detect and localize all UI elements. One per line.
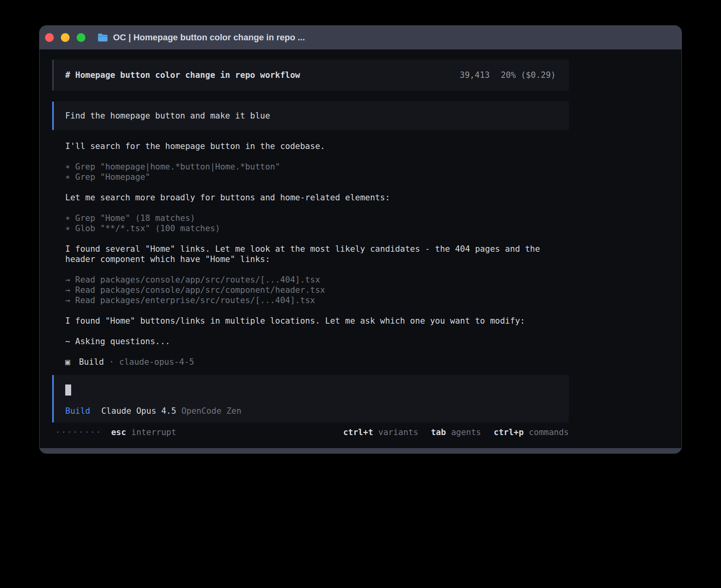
assistant-paragraph: Let me search more broadly for buttons a… [65, 192, 556, 203]
agent-model: claude-opus-4-5 [119, 357, 194, 367]
context-usage: 20% ($0.29) [501, 70, 556, 80]
hint-commands: ctrl+p commands [494, 427, 569, 437]
agent-mode-label: Build [65, 406, 90, 416]
user-message-text: Find the homepage button and make it blu… [65, 111, 270, 121]
tool-call-read: → Read packages/console/app/src/routes/[… [65, 275, 556, 285]
tool-call-group: → Read packages/console/app/src/routes/[… [65, 275, 556, 305]
editor-footer: Build Claude Opus 4.5 OpenCode Zen [65, 406, 558, 416]
hint-label: commands [529, 427, 569, 437]
tool-call-grep: ∗ Grep "homepage|home.*button|Home.*butt… [65, 162, 556, 172]
hint-key: esc [111, 427, 126, 437]
prompt-input[interactable]: Build Claude Opus 4.5 OpenCode Zen [52, 375, 569, 422]
model-label: Claude Opus 4.5 [101, 406, 176, 416]
traffic-lights [45, 33, 85, 42]
window-titlebar[interactable]: OC | Homepage button color change in rep… [40, 26, 681, 49]
assistant-paragraph: I found several "Home" links. Let me loo… [65, 244, 556, 264]
assistant-transcript: I'll search for the homepage button in t… [52, 141, 569, 367]
provider-label: OpenCode Zen [181, 406, 242, 416]
folder-icon [97, 33, 108, 42]
token-count: 39,413 [460, 70, 490, 80]
agent-square-icon: ▣ [65, 357, 70, 367]
titlebar-title-group: OC | Homepage button color change in rep… [97, 32, 305, 43]
agent-separator: · [109, 357, 114, 367]
tool-call-read: → Read packages/console/app/src/componen… [65, 285, 556, 295]
status-bar: ········ esc interrupt ctrl+t variants t… [52, 427, 569, 437]
assistant-status-text: ~ Asking questions... [65, 336, 556, 347]
window-bottom-edge [40, 448, 681, 453]
agent-status-line: ▣ Build · claude-opus-4-5 [65, 357, 556, 367]
window-zoom-button[interactable] [77, 33, 85, 42]
window-minimize-button[interactable] [61, 33, 70, 42]
tool-call-read: → Read packages/enterprise/src/routes/[.… [65, 295, 556, 305]
hint-agents: tab agents [431, 427, 481, 437]
text-cursor [65, 384, 71, 396]
assistant-paragraph: I found "Home" buttons/links in multiple… [65, 316, 556, 326]
session-stats: 39,413 20% ($0.29) [460, 70, 556, 80]
hint-variants: ctrl+t variants [343, 427, 418, 437]
window-title: OC | Homepage button color change in rep… [113, 32, 305, 43]
tool-call-group: ∗ Grep "Home" (18 matches) ∗ Glob "**/*.… [65, 213, 556, 234]
spinner-dots: ········ [55, 427, 102, 437]
hint-key: ctrl+t [343, 427, 373, 437]
assistant-paragraph: I'll search for the homepage button in t… [65, 141, 556, 151]
terminal-content: # Homepage button color change in repo w… [40, 49, 681, 437]
tool-call-group: ∗ Grep "homepage|home.*button|Home.*butt… [65, 162, 556, 182]
agent-name: Build [79, 357, 104, 367]
window-close-button[interactable] [45, 33, 54, 42]
terminal-window: OC | Homepage button color change in rep… [39, 25, 682, 454]
session-title: # Homepage button color change in repo w… [65, 70, 300, 80]
tool-call-grep: ∗ Grep "Homepage" [65, 172, 556, 182]
tool-call-grep: ∗ Grep "Home" (18 matches) [65, 213, 556, 223]
hint-label: interrupt [131, 427, 176, 437]
hint-label: variants [378, 427, 418, 437]
tool-call-glob: ∗ Glob "**/*.tsx" (100 matches) [65, 223, 556, 234]
hint-esc-interrupt: esc interrupt [111, 427, 176, 437]
user-message: Find the homepage button and make it blu… [52, 102, 569, 130]
status-bar-right: ctrl+t variants tab agents ctrl+p comman… [343, 427, 569, 437]
hint-key: tab [431, 427, 446, 437]
hint-key: ctrl+p [494, 427, 524, 437]
hint-label: agents [451, 427, 481, 437]
status-bar-left: ········ esc interrupt [55, 427, 176, 437]
session-header: # Homepage button color change in repo w… [52, 60, 569, 90]
